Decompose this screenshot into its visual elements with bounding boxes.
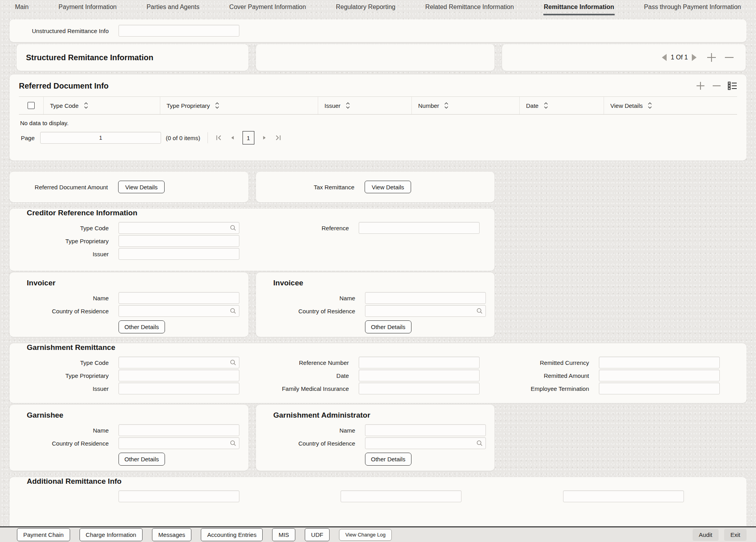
garnishment-remitted-currency-input[interactable]	[599, 357, 720, 368]
select-all-checkbox[interactable]	[28, 102, 35, 109]
garnishment-reference-number-label: Reference Number	[259, 359, 349, 366]
remove-record-icon[interactable]	[724, 52, 735, 63]
view-change-log-button[interactable]: View Change Log	[339, 529, 392, 541]
garnishee-other-details-button[interactable]: Other Details	[119, 453, 165, 466]
invoicee-country-input[interactable]	[365, 305, 486, 317]
creditor-type-proprietary-label: Type Proprietary	[19, 238, 109, 244]
additional-remittance-input-2[interactable]	[341, 490, 461, 502]
garnishee-title: Garnishee	[27, 411, 241, 420]
garnishment-type-proprietary-label: Type Proprietary	[19, 372, 109, 379]
column-header-type-code[interactable]: Type Code	[43, 97, 160, 114]
current-page-button[interactable]: 1	[243, 131, 254, 144]
charge-information-button[interactable]: Charge Information	[80, 528, 143, 541]
unstructured-remittance-label: Unstructured Remittance Info	[19, 28, 109, 34]
additional-remittance-input-1[interactable]	[119, 490, 239, 502]
tax-remittance-view-details-button[interactable]: View Details	[365, 181, 411, 193]
first-page-icon[interactable]	[216, 135, 222, 141]
accounting-entries-button[interactable]: Accounting Entries	[201, 528, 263, 541]
add-record-icon[interactable]	[706, 52, 717, 63]
sort-icon[interactable]	[544, 102, 548, 109]
garnishee-country-input[interactable]	[119, 437, 239, 449]
structured-remittance-title: Structured Remitance Information	[26, 53, 153, 62]
creditor-type-code-input[interactable]	[119, 222, 239, 234]
remove-row-icon[interactable]	[712, 81, 721, 91]
search-icon[interactable]	[230, 224, 237, 231]
garnishment-issuer-input[interactable]	[119, 383, 239, 394]
garnishment-administrator-other-details-button[interactable]: Other Details	[365, 453, 411, 466]
sort-icon[interactable]	[444, 102, 448, 109]
messages-button[interactable]: Messages	[152, 528, 191, 541]
sort-icon[interactable]	[215, 102, 219, 109]
creditor-issuer-label: Issuer	[19, 251, 109, 257]
garnishment-reference-number-input[interactable]	[359, 357, 480, 368]
column-header-number[interactable]: Number	[411, 97, 519, 114]
creditor-reference-input[interactable]	[359, 222, 480, 234]
garnishment-family-medical-insurance-input[interactable]	[359, 383, 480, 394]
tab-pass-through-payment-information[interactable]: Pass through Payment Information	[644, 3, 741, 15]
garnishment-remitted-amount-label: Remitted Amount	[499, 372, 589, 379]
column-header-view-details[interactable]: View Details	[604, 97, 737, 114]
creditor-issuer-input[interactable]	[119, 248, 239, 260]
garnishee-row: Garnishee Name Country of Residence Othe…	[9, 405, 747, 471]
column-header-date[interactable]: Date	[519, 97, 604, 114]
search-icon[interactable]	[476, 307, 483, 314]
garnishment-family-medical-insurance-label: Family Medical Insurance	[259, 385, 349, 392]
invoicee-other-details-button[interactable]: Other Details	[365, 320, 411, 333]
sort-icon[interactable]	[346, 102, 350, 109]
single-view-list-icon[interactable]	[728, 81, 737, 90]
structured-remittance-row: Structured Remitance Information 1 Of 1	[17, 44, 747, 71]
referred-document-amount-card: Referred Document Amount View Details	[9, 172, 248, 202]
column-label: Issuer	[324, 102, 341, 109]
search-icon[interactable]	[230, 440, 237, 447]
exit-button[interactable]: Exit	[724, 529, 747, 541]
page-number-input[interactable]	[40, 132, 161, 144]
referred-document-amount-view-details-button[interactable]: View Details	[118, 181, 165, 193]
referred-document-info-title: Referred Document Info	[19, 81, 109, 91]
last-page-icon[interactable]	[275, 135, 281, 141]
search-icon[interactable]	[476, 440, 483, 447]
tab-regulatory-reporting[interactable]: Regulatory Reporting	[335, 3, 396, 15]
next-page-icon[interactable]	[262, 135, 267, 141]
tab-related-remittance-information[interactable]: Related Remittance Information	[425, 3, 514, 15]
creditor-type-proprietary-input[interactable]	[119, 235, 239, 247]
payment-chain-button[interactable]: Payment Chain	[17, 528, 70, 541]
structured-remittance-empty-card	[256, 44, 495, 71]
garnishment-type-code-input[interactable]	[119, 357, 239, 368]
sort-icon[interactable]	[84, 102, 88, 109]
previous-page-icon[interactable]	[230, 135, 235, 141]
garnishment-date-input[interactable]	[359, 370, 480, 381]
garnishee-name-label: Name	[19, 427, 109, 434]
invoice-parties-row: Invoicer Name Country of Residence Other…	[9, 272, 747, 337]
tab-main[interactable]: Main	[15, 3, 29, 15]
tab-remittance-information[interactable]: Remittance Information	[543, 3, 615, 15]
garnishee-name-input[interactable]	[119, 424, 239, 436]
column-header-type-proprietary[interactable]: Type Proprietary	[160, 97, 318, 114]
column-label: Number	[418, 102, 439, 109]
mis-button[interactable]: MIS	[272, 528, 295, 541]
unstructured-remittance-input[interactable]	[119, 25, 239, 37]
search-icon[interactable]	[230, 307, 237, 314]
column-header-issuer[interactable]: Issuer	[318, 97, 411, 114]
udf-button[interactable]: UDF	[305, 528, 330, 541]
sort-icon[interactable]	[648, 102, 652, 109]
garnishment-employee-termination-input[interactable]	[599, 383, 720, 394]
invoicer-other-details-button[interactable]: Other Details	[119, 320, 165, 333]
garnishment-type-proprietary-input[interactable]	[119, 370, 239, 381]
invoicer-name-input[interactable]	[119, 292, 239, 304]
next-record-icon[interactable]	[691, 53, 698, 62]
invoicer-country-label: Country of Residence	[19, 308, 109, 314]
tab-parties-and-agents[interactable]: Parties and Agents	[146, 3, 200, 15]
garnishment-administrator-country-input[interactable]	[365, 437, 486, 449]
tab-payment-information[interactable]: Payment Information	[58, 3, 117, 15]
additional-remittance-input-3[interactable]	[563, 490, 684, 502]
add-row-icon[interactable]	[695, 81, 706, 91]
invoicer-name-label: Name	[19, 295, 109, 302]
garnishment-administrator-name-input[interactable]	[365, 424, 486, 436]
previous-record-icon[interactable]	[661, 53, 667, 62]
invoicer-country-input[interactable]	[119, 305, 239, 317]
invoicee-name-input[interactable]	[365, 292, 486, 304]
audit-button[interactable]: Audit	[693, 529, 719, 541]
search-icon[interactable]	[230, 359, 237, 366]
tab-cover-payment-information[interactable]: Cover Payment Information	[229, 3, 306, 15]
garnishment-remitted-amount-input[interactable]	[599, 370, 720, 381]
